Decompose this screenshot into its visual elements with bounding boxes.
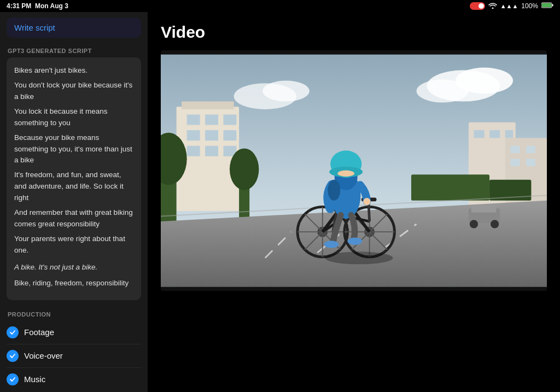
svg-rect-24 xyxy=(505,130,513,138)
svg-point-67 xyxy=(363,198,370,205)
status-right-icons: ▲▲▲ 100% xyxy=(470,2,553,10)
svg-point-72 xyxy=(337,171,354,177)
svg-rect-28 xyxy=(510,159,520,166)
production-section-label: PRODUCTION xyxy=(0,306,148,321)
script-line-2: You don't lock your bike because it's a … xyxy=(14,80,133,103)
footage-item[interactable]: Footage xyxy=(7,321,141,344)
svg-rect-42 xyxy=(471,204,497,212)
left-panel: Write script GPT3 GENERATED SCRIPT Bikes… xyxy=(0,12,148,392)
script-line-5: It's freedom, and fun, and sweat, and ad… xyxy=(14,169,133,204)
svg-point-43 xyxy=(470,220,478,228)
svg-rect-12 xyxy=(187,114,200,125)
svg-rect-3 xyxy=(552,4,553,7)
svg-rect-29 xyxy=(526,159,535,166)
script-line-1: Bikes aren't just bikes. xyxy=(14,65,133,77)
svg-rect-2 xyxy=(542,3,551,7)
status-time-date: 4:31 PM Mon Aug 3 xyxy=(7,2,68,10)
voiceover-check xyxy=(7,350,19,362)
footage-check xyxy=(7,326,19,338)
svg-rect-19 xyxy=(205,146,218,156)
svg-point-76 xyxy=(325,251,393,264)
svg-rect-13 xyxy=(205,114,218,125)
right-panel: Video xyxy=(148,12,560,392)
main-layout: Write script GPT3 GENERATED SCRIPT Bikes… xyxy=(0,12,560,392)
video-title: Video xyxy=(161,23,547,42)
svg-point-75 xyxy=(328,180,340,201)
voiceover-label: Voice-over xyxy=(24,351,63,360)
svg-rect-16 xyxy=(205,130,218,141)
script-line-6: And remember that with great biking come… xyxy=(14,207,133,230)
svg-rect-14 xyxy=(223,114,236,125)
script-tagline: A bike. It's not just a bike. xyxy=(14,262,133,273)
svg-point-0 xyxy=(492,7,493,9)
svg-point-33 xyxy=(230,148,259,190)
svg-rect-15 xyxy=(187,130,200,141)
voiceover-item[interactable]: Voice-over xyxy=(7,344,141,368)
signal-icon: ▲▲▲ xyxy=(500,3,518,9)
script-keywords: Bike, riding, freedom, responsibility xyxy=(14,278,133,289)
music-item[interactable]: Music xyxy=(7,368,141,391)
script-line-4: Because your bike means something to you… xyxy=(14,132,133,167)
battery-label: 100% xyxy=(521,2,538,10)
svg-point-9 xyxy=(262,80,310,101)
music-check xyxy=(7,373,19,385)
wifi-icon xyxy=(488,2,497,10)
svg-rect-34 xyxy=(411,174,489,201)
svg-rect-27 xyxy=(526,146,535,153)
svg-rect-17 xyxy=(223,130,236,141)
svg-point-44 xyxy=(491,220,499,228)
battery-icon xyxy=(541,2,553,10)
script-line-3: You lock it because it means something t… xyxy=(14,106,133,129)
svg-rect-11 xyxy=(182,102,234,109)
write-script-button[interactable]: Write script xyxy=(7,17,141,38)
svg-point-7 xyxy=(416,80,468,103)
gpt3-section-label: GPT3 GENERATED SCRIPT xyxy=(0,42,148,57)
status-bar: 4:31 PM Mon Aug 3 ▲▲▲ 100% xyxy=(0,0,560,12)
music-label: Music xyxy=(24,375,45,384)
svg-point-74 xyxy=(348,238,363,245)
script-line-7: Your parents were right about that one. xyxy=(14,233,133,256)
svg-rect-23 xyxy=(489,130,500,138)
svg-rect-26 xyxy=(510,146,520,153)
svg-rect-22 xyxy=(474,130,484,138)
record-indicator xyxy=(470,2,485,10)
production-section: Footage Voice-over Music xyxy=(0,321,148,391)
footage-label: Footage xyxy=(24,327,54,337)
svg-point-73 xyxy=(324,241,339,248)
svg-rect-18 xyxy=(187,146,200,156)
video-container[interactable] xyxy=(161,50,547,291)
script-box: Bikes aren't just bikes. You don't lock … xyxy=(7,57,141,300)
